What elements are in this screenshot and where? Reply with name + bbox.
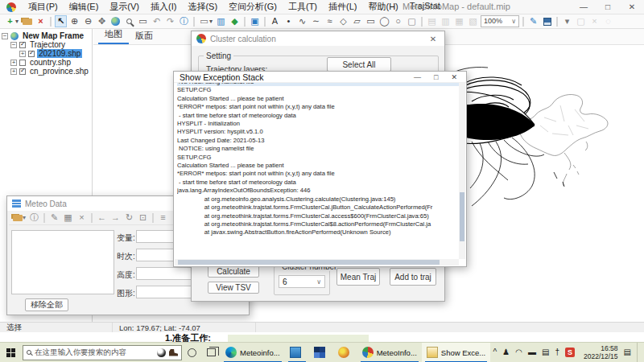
- edit-undo-icon[interactable]: ▦: [453, 15, 465, 27]
- task-explorer[interactable]: [309, 343, 333, 362]
- layer-checkbox[interactable]: [19, 68, 26, 75]
- tree-item-cn-province-shp[interactable]: + cn_province.shp: [0, 67, 92, 76]
- meteo-toolbar-icon[interactable]: [91, 213, 93, 223]
- zoom-level-combo[interactable]: 100%: [481, 15, 519, 27]
- more-tools-caret-icon[interactable]: ▾: [561, 15, 573, 27]
- text-tool-icon[interactable]: A: [269, 15, 281, 27]
- zoom-to-layer-icon[interactable]: [123, 15, 135, 27]
- remove-data-icon[interactable]: ×: [76, 212, 88, 224]
- save-edits-icon[interactable]: [541, 15, 553, 27]
- menu-item[interactable]: 工具(T): [283, 1, 323, 13]
- circle-tool-icon[interactable]: ◯: [378, 15, 390, 27]
- meteo-data-listbox[interactable]: [11, 230, 114, 294]
- toolbar-icon[interactable]: [193, 17, 195, 27]
- layer-checkbox[interactable]: [28, 51, 35, 57]
- edit-start-icon[interactable]: ▤: [426, 15, 438, 27]
- expand-toggle-icon[interactable]: −: [10, 42, 17, 48]
- toolbar-icon[interactable]: [421, 17, 423, 27]
- taskbar-clock[interactable]: 16:58 2022/12/15: [580, 344, 618, 360]
- animate-icon[interactable]: ↻: [123, 212, 135, 224]
- rect-zoom-icon[interactable]: ▭: [137, 15, 149, 27]
- frame-icon[interactable]: ⊡: [137, 212, 149, 224]
- edit-feature-icon[interactable]: ▥: [440, 15, 452, 27]
- tree-item-trajectory[interactable]: − Trajectory: [0, 40, 92, 49]
- curve-tool-icon[interactable]: ∼: [310, 15, 322, 27]
- data-info-icon[interactable]: ⓘ: [28, 212, 40, 224]
- tree-item-202109-shp[interactable]: + 202109.shp: [0, 49, 92, 58]
- select-polygon-icon[interactable]: ▢: [406, 15, 418, 27]
- undo-zoom-icon[interactable]: ↶: [151, 15, 163, 27]
- point-tool-icon[interactable]: •: [283, 15, 295, 27]
- select-tool-icon[interactable]: ↖: [55, 15, 67, 27]
- toolbar-icon[interactable]: [522, 17, 524, 27]
- polyline-tool-icon[interactable]: ∿: [296, 15, 308, 27]
- task-picture-viewer[interactable]: [285, 343, 309, 362]
- meteo-toolbar-icon[interactable]: [43, 213, 45, 223]
- menu-item[interactable]: 显示(V): [104, 1, 145, 13]
- task-meteoinfomap[interactable]: MeteoInfo...: [357, 343, 422, 362]
- task-show-exception[interactable]: Show Exce...: [422, 343, 490, 362]
- start-button[interactable]: [0, 343, 21, 362]
- layer-checkbox[interactable]: [19, 60, 26, 66]
- task-edge[interactable]: Meteoinfo...: [221, 343, 285, 362]
- draw-setting-icon[interactable]: ✎: [48, 212, 60, 224]
- show-desktop-button[interactable]: [637, 343, 641, 362]
- view-tsv-button[interactable]: View TSV: [208, 282, 259, 294]
- expand-toggle-icon[interactable]: +: [10, 68, 17, 75]
- calculate-button[interactable]: Calculate: [208, 265, 259, 278]
- exception-minimize-button[interactable]: —: [414, 73, 421, 81]
- toolbar-icon[interactable]: [244, 17, 246, 27]
- menu-item[interactable]: 项目(P): [23, 1, 64, 13]
- tray-expand-icon[interactable]: ^: [493, 348, 497, 356]
- attribute-table-icon[interactable]: ▥: [215, 15, 227, 27]
- menu-item[interactable]: 选择(S): [182, 1, 223, 13]
- data-table-icon[interactable]: ▦: [62, 212, 74, 224]
- identify-icon[interactable]: ⓘ: [178, 15, 190, 27]
- menu-item[interactable]: 空间分析(G): [223, 1, 283, 13]
- full-extent-globe-icon[interactable]: [109, 15, 122, 27]
- wifi-icon[interactable]: ◠: [515, 348, 522, 356]
- add-to-traj-button[interactable]: Add to traj: [390, 268, 436, 286]
- export-image-icon[interactable]: ▣: [249, 15, 261, 27]
- tree-item-new-map-frame[interactable]: − New Map Frame: [0, 31, 92, 40]
- new-layout-caret-icon[interactable]: ▾: [208, 15, 213, 27]
- exception-maximize-button[interactable]: □: [434, 73, 438, 81]
- qq-icon[interactable]: ♟: [502, 348, 510, 356]
- list-icon[interactable]: ≡: [157, 212, 169, 224]
- open-file-icon[interactable]: [21, 15, 33, 27]
- cluster-number-select[interactable]: 6 ∨: [279, 275, 325, 288]
- minimize-button[interactable]: —: [572, 0, 596, 14]
- mean-traj-button[interactable]: Mean Traj: [336, 268, 380, 286]
- cortana-button[interactable]: [182, 343, 201, 362]
- redo-zoom-icon[interactable]: ↷: [164, 15, 176, 27]
- curve-polygon-tool-icon[interactable]: ▱: [351, 15, 363, 27]
- expand-toggle-icon[interactable]: −: [2, 33, 8, 39]
- add-layer-caret-icon[interactable]: ▾: [14, 15, 19, 27]
- pan-icon[interactable]: ✥: [96, 15, 108, 27]
- tree-item-country-shp[interactable]: + country.shp: [0, 58, 92, 67]
- zoom-in-icon[interactable]: ⊕: [68, 15, 80, 27]
- taskbar-search[interactable]: 在这里输入你要搜索的内容: [23, 345, 182, 360]
- edit-redo-icon[interactable]: ▧: [467, 15, 479, 27]
- next-time-icon[interactable]: →: [109, 212, 122, 224]
- toolbar-icon[interactable]: [264, 17, 266, 27]
- cluster-close-icon[interactable]: ✕: [427, 35, 440, 43]
- expand-toggle-icon[interactable]: +: [10, 60, 17, 66]
- remove-all-button[interactable]: 移除全部: [25, 298, 68, 311]
- expand-toggle-icon[interactable]: +: [19, 51, 26, 57]
- label-icon[interactable]: ◆: [229, 15, 241, 27]
- horizontal-scrollbar[interactable]: [175, 259, 459, 265]
- edit-vertices-icon[interactable]: ✎: [527, 15, 539, 27]
- tab-layout[interactable]: 版面: [129, 28, 159, 44]
- meteo-toolbar-icon[interactable]: [152, 213, 154, 223]
- layer-checkbox[interactable]: [19, 42, 26, 48]
- task-paint[interactable]: [333, 343, 357, 362]
- vertical-scrollbar[interactable]: [459, 83, 465, 259]
- freehand-tool-icon[interactable]: ≈: [324, 15, 336, 27]
- menu-item[interactable]: 编辑(E): [64, 1, 105, 13]
- sogou-input-icon[interactable]: S: [565, 348, 575, 357]
- rectangle-tool-icon[interactable]: ▭: [365, 15, 377, 27]
- move-feature-icon[interactable]: ▢: [575, 15, 587, 27]
- cluster-dialog-titlebar[interactable]: Cluster calculation ✕: [192, 31, 444, 46]
- delete-feature-icon[interactable]: ×: [588, 15, 601, 27]
